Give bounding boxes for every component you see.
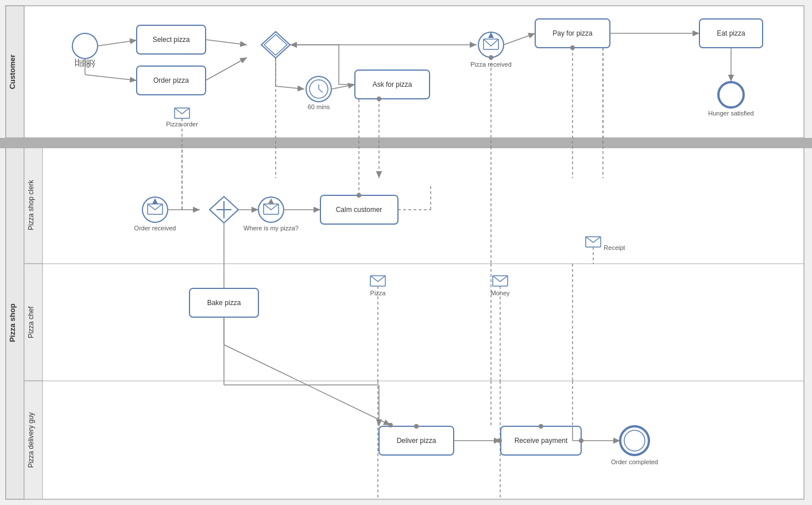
svg-text:Ask for pizza: Ask for pizza <box>373 80 412 88</box>
label-hungry: Hungry <box>75 57 95 64</box>
svg-rect-14 <box>0 138 812 148</box>
svg-point-51 <box>718 82 744 107</box>
svg-point-124 <box>570 45 575 50</box>
svg-text:Order received: Order received <box>134 225 176 232</box>
svg-text:Eat pizza: Eat pizza <box>717 29 745 37</box>
svg-text:Receive payment: Receive payment <box>515 437 568 445</box>
svg-text:Select pizza: Select pizza <box>153 36 190 44</box>
svg-text:Pizza chef: Pizza chef <box>27 306 35 338</box>
svg-text:Order pizza: Order pizza <box>153 76 189 84</box>
svg-text:Pizza shop: Pizza shop <box>8 303 17 342</box>
diagram-container: Customer Pizza shop Pizza shop clerk Piz… <box>0 0 812 505</box>
svg-text:Pay for pizza: Pay for pizza <box>552 29 593 37</box>
svg-point-125 <box>497 438 502 443</box>
svg-text:Bake pizza: Bake pizza <box>207 299 241 307</box>
svg-point-123 <box>489 55 493 60</box>
svg-point-102 <box>624 430 645 451</box>
svg-text:Pizza delivery guy: Pizza delivery guy <box>27 413 35 468</box>
svg-point-111 <box>388 423 393 427</box>
svg-text:Pizza shop clerk: Pizza shop clerk <box>27 179 35 230</box>
svg-text:Order completed: Order completed <box>611 458 658 465</box>
svg-text:Deliver pizza: Deliver pizza <box>397 437 436 445</box>
svg-text:Customer: Customer <box>8 55 17 90</box>
svg-point-126 <box>377 97 381 101</box>
svg-text:Calm customer: Calm customer <box>336 206 382 214</box>
svg-point-127 <box>357 193 361 198</box>
svg-text:Hunger satisfied: Hunger satisfied <box>708 110 754 117</box>
svg-text:Where is my pizza?: Where is my pizza? <box>243 225 299 232</box>
svg-text:60 mins: 60 mins <box>308 103 330 110</box>
svg-point-15 <box>72 33 98 59</box>
svg-point-104 <box>414 424 419 429</box>
diagram-svg: Customer Pizza shop Pizza shop clerk Piz… <box>0 0 812 505</box>
svg-text:Receipt: Receipt <box>604 244 625 251</box>
svg-point-105 <box>539 424 543 429</box>
